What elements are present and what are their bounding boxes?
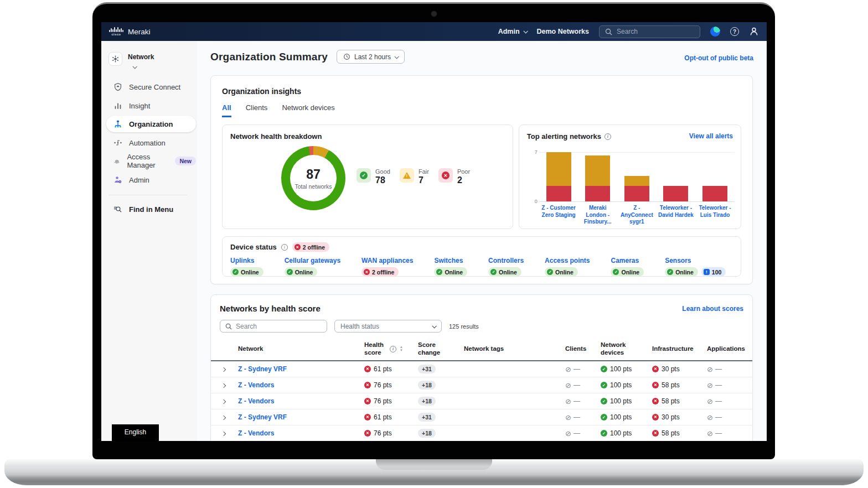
sensor-info-badge: 100: [701, 267, 726, 277]
devices-value: 100 pts: [610, 381, 632, 389]
account-icon[interactable]: [749, 27, 759, 37]
col-network-devices[interactable]: Network devices: [601, 341, 629, 357]
alert-bar[interactable]: [624, 176, 649, 201]
time-range-dropdown[interactable]: Last 2 hours: [337, 50, 405, 64]
tab-network-devices[interactable]: Network devices: [282, 103, 334, 117]
info-icon[interactable]: [281, 244, 288, 251]
sidebar-item-secure-connect[interactable]: Secure Connect: [106, 79, 196, 95]
health-status-filter[interactable]: Health status: [334, 320, 442, 333]
global-search-input[interactable]: [617, 28, 689, 35]
sidebar-item-insight[interactable]: Insight: [106, 97, 196, 114]
alert-bar[interactable]: [546, 152, 571, 201]
learn-about-scores-link[interactable]: Learn about scores: [682, 305, 743, 313]
status-pill: 2 offline: [361, 267, 399, 277]
table-row[interactable]: Z - Vendors76 pts+18⊘—100 pts58 pts⊘—: [211, 425, 752, 441]
alert-bar[interactable]: [702, 186, 727, 201]
find-in-menu[interactable]: Find in Menu: [106, 201, 196, 217]
sidebar-item-automation[interactable]: Automation: [106, 134, 196, 151]
row-expand-chevron[interactable]: [222, 413, 238, 421]
device-type-link[interactable]: Access points: [545, 257, 590, 264]
insights-title: Organization insights: [222, 87, 741, 96]
col-network-tags[interactable]: Network tags: [464, 345, 565, 353]
network-name-link[interactable]: Z - Sydney VRF: [238, 413, 364, 421]
clients-value: —: [574, 365, 580, 373]
language-button[interactable]: English: [112, 424, 159, 441]
global-search[interactable]: [599, 25, 700, 38]
tab-all[interactable]: All: [222, 103, 231, 117]
devices-value: 100 pts: [610, 365, 632, 373]
network-name-link[interactable]: Z - Sydney VRF: [238, 365, 364, 373]
col-infrastructure[interactable]: Infrastructure: [652, 345, 707, 353]
row-expand-chevron[interactable]: [222, 365, 238, 373]
assistant-icon[interactable]: [710, 27, 720, 37]
info-icon[interactable]: [390, 346, 396, 352]
tab-clients[interactable]: Clients: [246, 103, 268, 117]
row-expand-chevron[interactable]: [222, 429, 238, 437]
help-icon[interactable]: [730, 27, 739, 36]
device-type-link[interactable]: Switches: [434, 257, 467, 264]
view-all-alerts-link[interactable]: View all alerts: [689, 132, 733, 140]
beta-optout-link[interactable]: Opt-out of public beta: [684, 54, 753, 62]
network-devices-cell: 100 pts: [601, 413, 652, 421]
table-row[interactable]: Z - Vendors76 pts+18⊘—100 pts58 pts⊘—: [211, 393, 752, 409]
applications-value: —: [715, 365, 722, 373]
device-type-link[interactable]: WAN appliances: [361, 257, 413, 264]
sort-icon[interactable]: ▲▼: [400, 346, 403, 352]
legend-label: Poor: [457, 168, 470, 175]
device-type-link[interactable]: Controllers: [488, 257, 524, 264]
table-row[interactable]: Z - Sydney VRF61 pts+31⊘—100 pts30 pts⊘—: [211, 409, 752, 425]
sidebar-item-organization[interactable]: Organization: [106, 116, 196, 132]
info-icon[interactable]: [604, 133, 611, 140]
alert-bar[interactable]: [585, 155, 610, 201]
applications-value: —: [715, 381, 722, 389]
device-status-item: CamerasOnline: [611, 257, 644, 277]
device-type-link[interactable]: Cellular gateways: [285, 257, 340, 264]
col-health-score[interactable]: Health score ▲▼: [364, 341, 418, 357]
health-score-value: 76 pts: [374, 381, 392, 389]
applications-cell: ⊘—: [707, 365, 741, 373]
health-score-value: 61 pts: [374, 413, 392, 421]
bar-category-label[interactable]: Teleworker - Luis Tirado: [696, 205, 734, 226]
row-expand-chevron[interactable]: [222, 381, 238, 389]
admin-menu-label: Admin: [498, 28, 520, 35]
network-name-link[interactable]: Z - Vendors: [238, 381, 364, 389]
status-pill: Online: [230, 267, 264, 277]
bar-category-label[interactable]: Z - AnyConnect sygr1: [618, 205, 655, 226]
sidebar-item-access-manager[interactable]: Access Manager New: [106, 153, 196, 169]
col-score-change[interactable]: Score change: [418, 341, 443, 357]
device-type-link[interactable]: Sensors: [665, 257, 726, 264]
bar-category-label[interactable]: Z - Customer Zero Staging: [540, 205, 577, 226]
device-type-link[interactable]: Cameras: [611, 257, 644, 264]
score-change-cell: +18: [418, 381, 464, 389]
table-row[interactable]: Z - Sydney VRF61 pts+31⊘—100 pts30 pts⊘—: [211, 361, 752, 377]
device-type-link[interactable]: Uplinks: [230, 257, 264, 264]
row-expand-chevron[interactable]: [222, 397, 238, 405]
network-selector[interactable]: Network: [108, 52, 154, 71]
health-score-value: 61 pts: [374, 365, 392, 373]
total-networks-value: 87: [306, 167, 321, 182]
alert-bar[interactable]: [663, 186, 688, 201]
sensor-count: 100: [712, 269, 722, 276]
bar-category-label[interactable]: Teleworker - David Hardek: [657, 205, 695, 226]
device-status-item: SwitchesOnline: [434, 257, 467, 277]
status-pill: Online: [611, 267, 644, 277]
network-name-link[interactable]: Z - Vendors: [238, 397, 364, 405]
health-donut-chart: 87 Total networks: [281, 146, 345, 210]
sidebar-item-admin[interactable]: Admin: [106, 172, 196, 188]
network-name-link[interactable]: Z - Vendors: [238, 429, 364, 437]
brand[interactable]: cisco Meraki: [109, 27, 151, 36]
col-network[interactable]: Network: [238, 345, 364, 353]
online-check-icon: [490, 269, 497, 275]
col-applications[interactable]: Applications: [707, 345, 745, 353]
org-switcher-label: Demo Networks: [537, 28, 589, 35]
org-switcher[interactable]: Demo Networks: [537, 28, 589, 35]
bar-category-label[interactable]: Meraki London - Finsbury...: [579, 205, 617, 226]
table-search-input[interactable]: [236, 323, 313, 330]
legend-item-poor: Poor 2: [438, 168, 470, 185]
table-row[interactable]: Z - Vendors76 pts+18⊘—100 pts58 pts⊘—: [211, 377, 752, 393]
table-search[interactable]: [220, 320, 327, 333]
col-clients[interactable]: Clients: [565, 345, 601, 353]
score-change-badge: +31: [418, 413, 436, 422]
admin-menu[interactable]: Admin: [498, 28, 527, 35]
device-status-item: Access pointsOnline: [545, 257, 590, 277]
